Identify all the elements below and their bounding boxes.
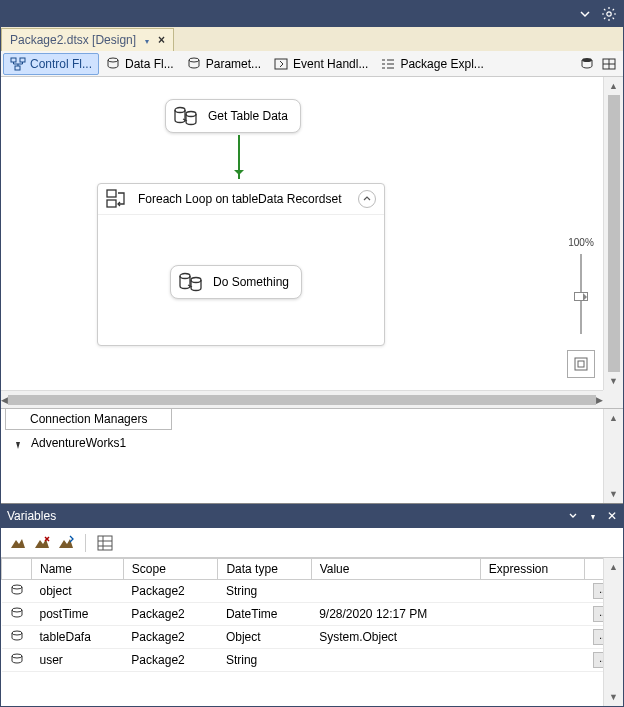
scroll-thumb[interactable] (608, 95, 620, 372)
zoom-slider[interactable] (580, 254, 582, 334)
nav-label: Event Handl... (293, 57, 368, 71)
table-row[interactable]: tableDafaPackage2ObjectSystem.Object... (2, 626, 623, 649)
cell-expression[interactable] (480, 580, 584, 603)
scroll-thumb[interactable] (8, 395, 596, 405)
pin-icon[interactable] (142, 35, 152, 45)
zoom-control: 100% (567, 237, 595, 378)
title-bar (1, 1, 623, 27)
delete-variable-icon[interactable] (33, 534, 51, 552)
cell-value[interactable] (311, 580, 480, 603)
package-explorer-icon (380, 57, 396, 71)
table-row[interactable]: objectPackage2String... (2, 580, 623, 603)
variables-vertical-scrollbar[interactable]: ▲ ▼ (603, 558, 623, 706)
cell-name: object (32, 580, 124, 603)
cell-expression[interactable] (480, 603, 584, 626)
table-row[interactable]: userPackage2String... (2, 649, 623, 672)
connection-icon (11, 436, 25, 450)
control-flow-icon (10, 57, 26, 71)
svg-point-0 (607, 12, 611, 16)
zoom-fit-button[interactable] (567, 350, 595, 378)
svg-point-9 (175, 108, 185, 113)
scroll-left-button[interactable]: ◀ (1, 391, 8, 408)
close-icon[interactable]: × (158, 33, 165, 47)
scroll-down-button[interactable]: ▼ (604, 372, 623, 390)
scroll-down-button[interactable]: ▼ (604, 485, 623, 503)
svg-point-7 (582, 58, 592, 62)
gear-icon[interactable] (601, 6, 617, 22)
cell-value[interactable] (311, 649, 480, 672)
scroll-right-button[interactable]: ▶ (596, 391, 603, 408)
svg-rect-1 (11, 58, 16, 62)
cell-value[interactable]: 9/28/2020 12:17 PM (311, 603, 480, 626)
horizontal-scrollbar[interactable]: ◀ ▶ (1, 390, 603, 408)
add-variable-icon[interactable] (9, 534, 27, 552)
scroll-corner (603, 390, 623, 408)
tab-package-explorer[interactable]: Package Expl... (374, 54, 489, 74)
svg-rect-17 (98, 536, 112, 550)
tab-control-flow[interactable]: Control Fl... (3, 53, 99, 75)
scroll-up-button[interactable]: ▲ (604, 77, 623, 95)
col-name[interactable]: Name (32, 559, 124, 580)
tab-data-flow[interactable]: Data Fl... (99, 54, 180, 74)
table-row[interactable]: postTimePackage2DateTime9/28/2020 12:17 … (2, 603, 623, 626)
vertical-scrollbar[interactable]: ▲ ▼ (603, 77, 623, 390)
tab-parameters[interactable]: Paramet... (180, 54, 267, 74)
cell-value[interactable]: System.Object (311, 626, 480, 649)
connection-item[interactable]: AdventureWorks1 (11, 436, 613, 450)
database-icon (172, 105, 200, 127)
svg-rect-6 (275, 59, 287, 69)
nav-label: Control Fl... (30, 57, 92, 71)
cell-name: tableDafa (32, 626, 124, 649)
col-value[interactable]: Value (311, 559, 480, 580)
document-tab[interactable]: Package2.dtsx [Design] × (1, 28, 174, 51)
connection-managers-panel: Connection Managers AdventureWorks1 ▲ ▼ (1, 408, 623, 503)
pin-icon[interactable] (587, 509, 599, 521)
precedence-arrow[interactable] (238, 135, 240, 179)
close-icon[interactable]: ✕ (607, 509, 617, 523)
svg-rect-11 (107, 190, 116, 197)
zoom-label: 100% (568, 237, 594, 248)
svg-point-14 (191, 278, 201, 283)
variable-icon (10, 653, 24, 665)
nav-label: Paramet... (206, 57, 261, 71)
scroll-down-button[interactable]: ▼ (604, 688, 623, 706)
task-do-something[interactable]: Do Something (170, 265, 302, 299)
dropdown-icon[interactable] (567, 509, 579, 521)
grid-options-icon[interactable] (96, 534, 114, 552)
nav-label: Data Fl... (125, 57, 174, 71)
scroll-up-button[interactable]: ▲ (604, 558, 623, 576)
col-data-type[interactable]: Data type (218, 559, 311, 580)
task-get-table-data[interactable]: Get Table Data (165, 99, 301, 133)
fit-icon (573, 356, 589, 372)
container-label: Foreach Loop on tableData Recordset (138, 192, 341, 206)
svg-point-13 (180, 274, 190, 279)
move-variable-icon[interactable] (57, 534, 75, 552)
connection-managers-tab[interactable]: Connection Managers (5, 409, 172, 430)
zoom-handle[interactable] (574, 292, 588, 301)
cell-data-type: Object (218, 626, 311, 649)
scroll-up-button[interactable]: ▲ (604, 409, 623, 427)
cm-vertical-scrollbar[interactable]: ▲ ▼ (603, 409, 623, 503)
variable-icon (10, 607, 24, 619)
document-tab-label: Package2.dtsx [Design] (10, 33, 136, 47)
foreach-loop-container[interactable]: Foreach Loop on tableData Recordset Do S… (97, 183, 385, 346)
svg-rect-12 (107, 200, 116, 207)
svg-rect-16 (578, 361, 584, 367)
loop-icon (104, 188, 130, 210)
container-body[interactable]: Do Something (98, 215, 384, 345)
dropdown-icon[interactable] (577, 6, 593, 22)
cm-tab-label: Connection Managers (30, 412, 147, 426)
cell-expression[interactable] (480, 626, 584, 649)
tab-event-handlers[interactable]: Event Handl... (267, 54, 374, 74)
variables-title: Variables (7, 509, 56, 523)
collapse-button[interactable] (358, 190, 376, 208)
connection-managers-body[interactable]: AdventureWorks1 (1, 430, 623, 480)
task-label: Get Table Data (208, 109, 288, 123)
col-expression[interactable]: Expression (480, 559, 584, 580)
toolbox-icon[interactable] (601, 57, 617, 71)
design-canvas[interactable]: Get Table Data Foreach Loop on tableData… (1, 77, 623, 408)
cell-expression[interactable] (480, 649, 584, 672)
col-scope[interactable]: Scope (123, 559, 218, 580)
variable-icon (10, 584, 24, 596)
variables-toggle-icon[interactable] (579, 57, 595, 71)
